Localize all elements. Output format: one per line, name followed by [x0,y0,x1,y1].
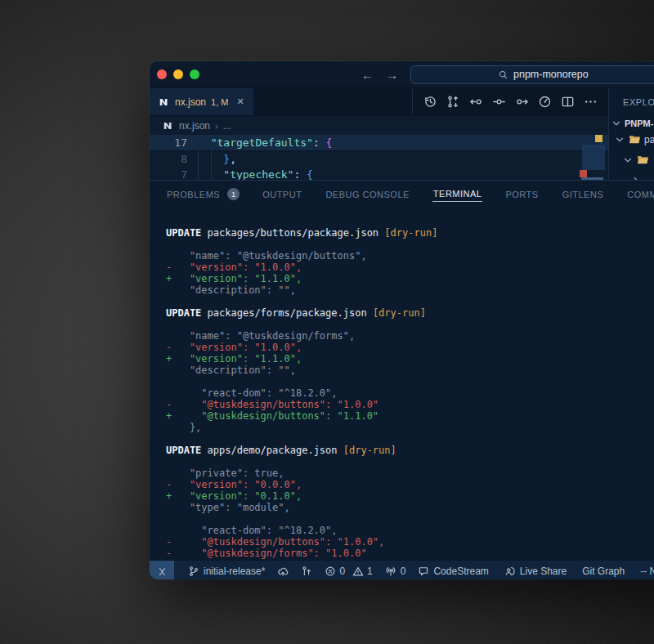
tab-strip: nx.json 1, M ✕ [150,88,608,116]
terminal-line: UPDATE apps/demo/package.json [dry-run] [166,445,654,456]
panel-tab-label: PORTS [504,187,539,202]
vim-mode[interactable]: -- NORMAL -- [640,566,654,577]
breadcrumb-more: ... [223,120,231,132]
terminal-line: "private": true, [166,467,654,479]
close-window-button[interactable] [157,69,167,79]
cloud-upload-icon [277,566,289,577]
editor-line-17: 17 "targetDefaults": { [150,135,608,151]
minimize-window-button[interactable] [173,69,183,79]
terminal-line: "type": "module", [166,502,654,513]
panel-tab-terminal[interactable]: TERMINAL [432,186,483,202]
panel-tab-problems[interactable]: PROBLEMS1 [166,187,240,202]
forward-button[interactable]: → [386,69,398,81]
current-change-icon[interactable] [492,95,506,109]
error-count: 0 [339,566,345,577]
more-actions-icon[interactable] [584,95,598,109]
explorer-sidebar: EXPLORER PNPM-MONOREPO packages [608,88,654,180]
status-label: -- NORMAL -- [640,566,654,577]
maximize-window-button[interactable] [190,69,199,79]
terminal-line: "react-dom": "^18.2.0", [166,525,654,536]
minimap-slider[interactable] [582,145,605,170]
terminal-line: + "version": "1.1.0", [166,273,654,284]
terminal-line [166,513,654,525]
chevron-right-icon [630,175,642,181]
status-label: Live Share [520,566,567,577]
line-number: 8 [150,151,187,167]
terminal-line: "description": "", [166,284,654,296]
split-editor-icon[interactable] [561,95,575,109]
panel-tabs: PROBLEMS1OUTPUTDEBUG CONSOLETERMINALPORT… [150,181,654,208]
tab-label: nx.json [175,96,206,108]
warning-count: 1 [367,566,373,577]
tree-item-label: packages [644,134,654,145]
folder-icon [637,154,649,165]
terminal-line: - "version": "1.0.0", [166,262,654,273]
previous-change-icon[interactable] [469,95,483,109]
history-navigation: ← → [361,69,398,81]
back-button[interactable]: ← [361,69,374,81]
panel-tab-debug-console[interactable]: DEBUG CONSOLE [325,187,410,202]
tree-item-folder[interactable] [609,170,654,180]
nx-file-icon [163,120,174,132]
panel-tab-ports[interactable]: PORTS [504,187,539,202]
terminal-line [166,456,654,467]
tab-close-icon[interactable]: ✕ [236,96,244,107]
tree-item-packages[interactable]: packages [609,129,654,150]
terminal-line: - "@tuskdesign/forms": "1.0.0" [166,548,654,559]
panel-tab-label: DEBUG CONSOLE [325,187,410,202]
next-change-icon[interactable] [515,95,529,109]
status-label: initial-release* [204,566,265,577]
git-branch-icon [188,566,199,577]
breadcrumb[interactable]: nx.json › ... [150,116,608,135]
panel-tab-label: OUTPUT [262,187,302,202]
desktop-background: ← → pnpm-monorepo nx.json 1, M ✕ [0,0,654,644]
terminal-line [166,296,654,307]
sidebar-section-root[interactable]: PNPM-MONOREPO [609,118,654,129]
terminal-line [166,376,654,387]
run-icon[interactable] [538,95,552,109]
window-controls [157,69,199,79]
error-icon [325,566,336,577]
status-label: 0 [401,566,406,577]
code-editor[interactable]: 17 "targetDefaults": {8 },7 "typecheck":… [150,135,608,180]
terminal-line: - "@tuskdesign/buttons": "1.0.0", [166,536,654,548]
codestream-icon [418,566,429,577]
status-label: Git Graph [582,566,625,577]
vscode-window: ← → pnpm-monorepo nx.json 1, M ✕ [150,61,654,579]
tab-dirty-badge: 1, M [211,97,228,107]
terminal-line: "react-dom": "^18.2.0", [166,387,654,399]
terminal-output[interactable]: UPDATE packages/buttons/package.json [dr… [150,208,654,560]
live-share-item[interactable]: Live Share [504,566,567,577]
panel-tab-output[interactable]: OUTPUT [262,187,302,202]
terminal-line: }, [166,422,654,433]
git-graph-item[interactable]: Git Graph [582,566,625,577]
panel-tab-comments[interactable]: COMMENTS [626,187,654,202]
timeline-icon[interactable] [423,95,437,109]
remote-indicator[interactable] [150,561,174,579]
terminal-line: - "version": "0.0.0", [166,479,654,490]
command-center-search[interactable]: pnpm-monorepo [410,65,654,84]
tree-item-folder[interactable] [609,150,654,170]
terminal-line: "name": "@tuskdesign/buttons", [166,250,654,262]
ports-item[interactable]: 0 [385,566,406,577]
git-actions-icon[interactable] [446,95,460,109]
folder-icon [629,134,641,145]
terminal-line [166,239,654,250]
gitlens-icon [301,566,312,577]
minimap [580,135,605,180]
remote-icon [157,566,168,577]
tab-nx-json[interactable]: nx.json 1, M ✕ [150,88,253,115]
chevron-down-icon [611,118,622,129]
gitlens-item[interactable] [301,566,312,577]
editor-horizontal-scrollbar[interactable] [581,177,603,180]
terminal-line: + "version": "1.1.0", [166,353,654,364]
publish-item[interactable] [277,566,289,577]
status-label: CodeStream [433,566,488,577]
problems-item[interactable]: 01 [325,566,372,577]
editor-actions-toolbar [412,88,608,115]
panel-tab-gitlens[interactable]: GITLENS [562,187,605,202]
panel-tab-label: PROBLEMS [166,187,221,202]
codestream-item[interactable]: CodeStream [418,566,488,577]
chevron-down-icon [614,134,625,145]
branch-item[interactable]: initial-release* [188,566,265,577]
